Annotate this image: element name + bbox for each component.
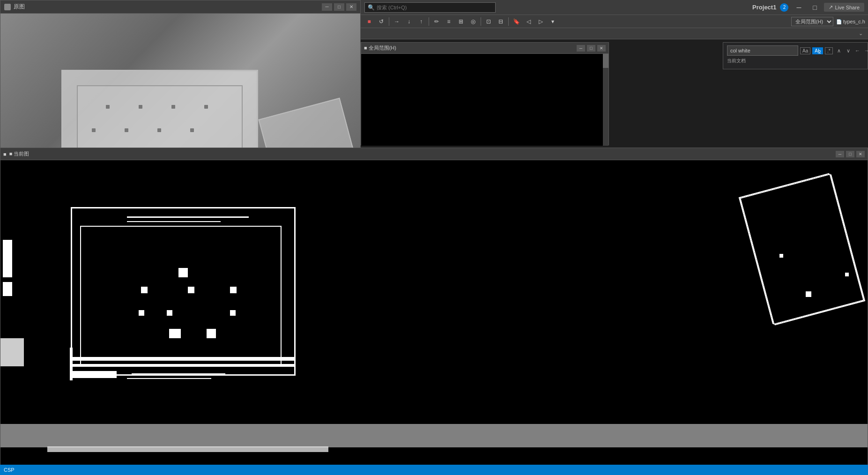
more-btn[interactable]: ▾ xyxy=(547,16,558,27)
bookmark2-btn[interactable]: 🔖 xyxy=(511,16,522,27)
bdot-8 xyxy=(169,329,181,338)
sub-window-content xyxy=(361,54,608,146)
dot xyxy=(204,105,208,109)
sub-win-minimize[interactable]: ─ xyxy=(577,45,585,52)
scrollbar[interactable] xyxy=(603,54,608,146)
yuantu-minimize-btn[interactable]: ─ xyxy=(322,3,332,11)
vs-minimize-btn[interactable]: ─ xyxy=(792,1,805,14)
white-bar-3 xyxy=(70,371,117,378)
live-share-icon: ↗ xyxy=(829,4,833,10)
white-line-1 xyxy=(127,216,249,218)
sub-window-title: ■ 全局范围(H) xyxy=(364,45,396,52)
parallel-btn[interactable]: ⊟ xyxy=(495,16,506,27)
bdot-9 xyxy=(207,329,216,338)
binary-image: ⤡ xyxy=(0,160,868,475)
expand-btn[interactable]: ⌄ xyxy=(856,30,865,38)
bdot-1 xyxy=(178,268,188,277)
vs-search-input[interactable] xyxy=(377,5,492,10)
bdot-4 xyxy=(230,287,237,293)
file-name: types_c.h xyxy=(843,19,865,24)
file-icon: 📄 xyxy=(836,19,842,24)
yuantu-maximize-btn[interactable]: □ xyxy=(334,3,344,11)
separator2 xyxy=(429,17,429,26)
vs-restore-btn[interactable]: □ xyxy=(808,1,821,14)
memory-btn[interactable]: ⊞ xyxy=(455,16,467,27)
bdot-5 xyxy=(139,310,144,316)
vs-topbar: 🔍 Project1 2 ─ □ ↗ Live Share xyxy=(361,0,868,15)
step-into-btn[interactable]: ↓ xyxy=(403,16,415,27)
find-options: Aa Ab̲ .* xyxy=(800,47,833,54)
white-line-3 xyxy=(132,373,225,374)
watch-btn[interactable]: ◎ xyxy=(467,16,479,27)
find-prev-btn[interactable]: ∧ xyxy=(835,46,843,55)
right-dot-2 xyxy=(779,254,783,258)
bottom-white-large xyxy=(0,424,868,447)
find-regex-btn[interactable]: .* xyxy=(825,47,833,54)
find-scope-label: 当前文档 xyxy=(727,58,746,64)
nav2-btn[interactable]: ▷ xyxy=(535,16,546,27)
sub-win-close[interactable]: ✕ xyxy=(597,45,606,52)
current-titlebar: ■ ■ 当前图 ─ □ ✕ xyxy=(0,148,868,160)
sub-win-maximize[interactable]: □ xyxy=(587,45,595,52)
find-next-btn[interactable]: ∨ xyxy=(844,46,853,55)
find-word-btn[interactable]: Ab̲ xyxy=(812,47,823,54)
thread-btn[interactable]: ⊡ xyxy=(483,16,494,27)
sub-window-titlebar: ■ 全局范围(H) ─ □ ✕ xyxy=(361,43,608,54)
yuantu-close-btn[interactable]: ✕ xyxy=(346,3,356,11)
left-strip-1 xyxy=(3,240,12,277)
current-minimize-btn[interactable]: ─ xyxy=(836,151,844,157)
bdot-6 xyxy=(167,310,172,316)
vs-toolbar2: ■ ↺ → ↓ ↑ ✏ ≡ ⊞ ◎ ⊡ ⊟ 🔖 ◁ ▷ ▾ 全局范围(H) 📄 … xyxy=(361,15,868,28)
current-window: ■ ■ 当前图 ─ □ ✕ xyxy=(0,148,868,475)
current-image-area: ⤡ xyxy=(0,160,868,475)
restart-btn[interactable]: ↺ xyxy=(376,16,387,27)
separator3 xyxy=(481,17,481,26)
dot xyxy=(157,128,161,132)
live-share-label: Live Share xyxy=(835,5,860,10)
sub-win-controls: ─ □ ✕ xyxy=(577,45,606,52)
current-title-group: ■ ■ 当前图 xyxy=(3,150,29,157)
white-line-4 xyxy=(127,378,211,379)
white-bar-2 xyxy=(70,364,295,367)
search-icon: 🔍 xyxy=(368,4,375,11)
left-strip-2 xyxy=(3,282,12,296)
bdot-3 xyxy=(188,287,194,293)
scrollbar-thumb[interactable] xyxy=(603,54,608,68)
vs-top-buttons: ─ □ ↗ Live Share xyxy=(792,1,864,14)
current-maximize-btn[interactable]: □ xyxy=(846,151,854,157)
notification-badge: 2 xyxy=(780,3,788,12)
white-bar-1 xyxy=(70,357,295,361)
yuantu-titlebar: 原图 ─ □ ✕ xyxy=(0,0,360,14)
find-scope-row: 当前文档 xyxy=(727,58,864,64)
left-strip-3 xyxy=(0,338,24,366)
dot xyxy=(139,105,142,109)
yuantu-icon xyxy=(4,4,11,10)
status-bar: CSP xyxy=(0,465,868,475)
find-row: Aa Ab̲ .* ∧ ∨ ← → × xyxy=(727,45,864,56)
find-input[interactable] xyxy=(727,45,798,56)
current-title-text: ■ 当前图 xyxy=(9,150,30,157)
separator4 xyxy=(508,17,509,26)
right-dot-1 xyxy=(806,291,811,297)
white-line-2 xyxy=(127,221,221,222)
bookmark-btn[interactable]: ✏ xyxy=(431,16,442,27)
scope-selector[interactable]: 全局范围(H) xyxy=(791,17,833,26)
nav1-btn[interactable]: ◁ xyxy=(523,16,534,27)
find-case-btn[interactable]: Aa xyxy=(800,47,810,54)
project-name: Project1 xyxy=(752,4,776,11)
stop-btn[interactable]: ■ xyxy=(364,16,375,27)
current-close-btn[interactable]: ✕ xyxy=(856,151,865,157)
dot xyxy=(171,105,175,109)
live-share-btn[interactable]: ↗ Live Share xyxy=(824,3,864,12)
step-out-btn[interactable]: ↑ xyxy=(415,16,427,27)
sub-window: ■ 全局范围(H) ─ □ ✕ xyxy=(361,42,609,145)
hex-btn[interactable]: ≡ xyxy=(443,16,454,27)
step-over-btn[interactable]: → xyxy=(391,16,402,27)
yuantu-window-controls: ─ □ ✕ xyxy=(322,3,356,11)
dot xyxy=(106,105,110,109)
find-arrow-left[interactable]: ← xyxy=(853,46,862,55)
yuantu-title: 原图 xyxy=(4,3,25,11)
file-indicator: 📄 types_c.h xyxy=(836,19,865,24)
vs-search-box[interactable]: 🔍 xyxy=(364,2,496,13)
find-arrow-right[interactable]: → xyxy=(863,46,868,55)
